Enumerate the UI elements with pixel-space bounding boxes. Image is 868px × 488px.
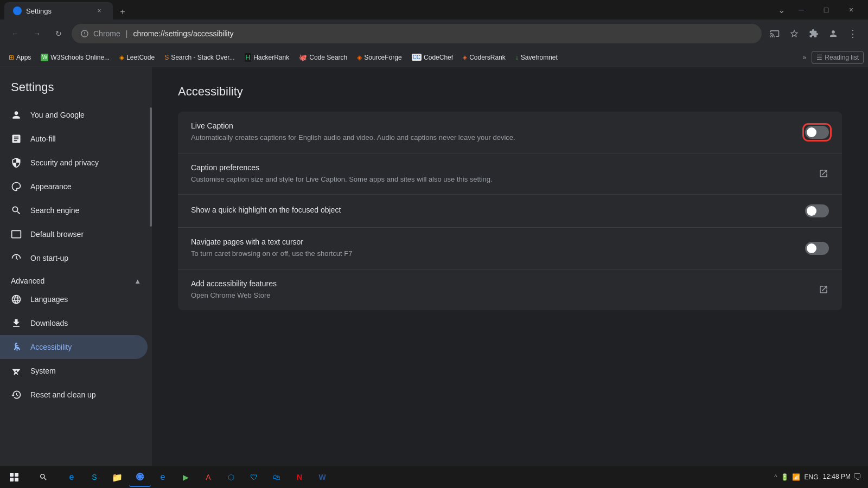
back-button[interactable]: ← (7, 25, 24, 42)
taskbar-explorer[interactable]: 📁 (106, 467, 128, 487)
taskbar-netflix[interactable]: N (289, 467, 310, 487)
cast-button[interactable] (766, 25, 783, 42)
sidebar-item-search-engine[interactable]: Search engine (0, 198, 148, 222)
start-button[interactable] (2, 467, 26, 487)
reading-list-label: Reading list (825, 54, 859, 61)
add-features-external-link-icon[interactable] (818, 284, 829, 295)
taskbar-search[interactable] (27, 467, 60, 487)
refresh-button[interactable]: ↻ (50, 25, 67, 42)
highlight-focus-toggle-thumb (807, 206, 816, 216)
omnibox[interactable]: Chrome | chrome://settings/accessibility (72, 24, 762, 43)
text-cursor-toggle[interactable] (805, 242, 829, 255)
forward-button[interactable]: → (28, 25, 46, 42)
add-features-text: Add accessibility features Open Chrome W… (191, 279, 809, 301)
sidebar-item-you-google[interactable]: You and Google (0, 103, 148, 127)
sidebar-item-reset[interactable]: Reset and clean up (0, 383, 148, 407)
tray-arrow[interactable]: ^ (774, 473, 777, 481)
sidebar-item-languages[interactable]: Languages (0, 287, 148, 311)
bookmark-stackoverflow[interactable]: S Search - Stack Over... (160, 52, 239, 63)
maximize-button[interactable]: □ (814, 0, 839, 20)
highlight-focus-text: Show a quick highlight on the focused ob… (191, 206, 796, 216)
default-browser-icon (11, 229, 22, 240)
taskbar-media[interactable]: ▶ (175, 467, 196, 487)
bookmarks-bar: ⊞ Apps W W3Schools Online... ◈ LeetCode … (0, 48, 868, 67)
taskbar-edge[interactable]: e (61, 467, 82, 487)
profile-button[interactable] (825, 25, 842, 42)
live-caption-title: Live Caption (191, 121, 796, 130)
bookmark-w3schools[interactable]: W W3Schools Online... (36, 52, 114, 63)
tab-title: Settings (26, 7, 90, 15)
minimize-button[interactable]: ─ (789, 0, 814, 20)
bookmark-apps-label: Apps (16, 54, 31, 61)
advanced-collapse-button[interactable]: ▲ (134, 277, 141, 285)
new-tab-button[interactable]: + (115, 4, 130, 20)
bookmark-hackerrank[interactable]: H HackerRank (240, 51, 294, 64)
close-button[interactable]: × (839, 0, 864, 20)
sidebar-item-you-google-label: You and Google (30, 111, 85, 119)
bookmark-codechef[interactable]: CC CodeChef (407, 52, 458, 63)
bookmark-codersrank-label: CodersRank (469, 54, 506, 61)
tab-close-button[interactable]: × (94, 6, 104, 16)
add-features-row[interactable]: Add accessibility features Open Chrome W… (178, 269, 842, 311)
sidebar-item-system[interactable]: System (0, 359, 148, 383)
bookmark-sourceforge[interactable]: ◈ SourceForge (353, 52, 406, 63)
sidebar-item-on-startup[interactable]: On start-up (0, 246, 148, 270)
bookmarks-more-button[interactable]: » (799, 52, 811, 63)
active-tab[interactable]: Settings × (4, 2, 113, 20)
caption-preferences-row[interactable]: Caption preferences Customise caption si… (178, 153, 842, 195)
window-controls: ─ □ × (789, 0, 864, 20)
bookmark-codesearch[interactable]: 🐙 Code Search (295, 52, 352, 63)
toolbar-buttons: ⋮ (766, 25, 861, 42)
accessibility-settings-card: Live Caption Automatically creates capti… (178, 112, 842, 310)
highlight-focus-toggle[interactable] (805, 204, 829, 217)
sidebar: Settings You and Google Auto-fill Securi… (0, 67, 152, 466)
tray-wifi: 📶 (792, 473, 800, 481)
sidebar-item-autofill[interactable]: Auto-fill (0, 127, 148, 151)
notification-button[interactable]: 🗨 (853, 472, 861, 482)
taskbar-store[interactable]: 🛍 (266, 467, 288, 487)
sidebar-item-downloads[interactable]: Downloads (0, 311, 148, 335)
taskbar-clock: 12:48 PM (823, 473, 851, 481)
taskbar-skype[interactable]: S (84, 467, 105, 487)
sidebar-item-security[interactable]: Security and privacy (0, 151, 148, 175)
sidebar-item-appearance[interactable]: Appearance (0, 175, 148, 198)
live-caption-toggle[interactable] (805, 126, 829, 139)
content-area: Accessibility Live Caption Automatically… (152, 67, 868, 466)
taskbar-chrome[interactable] (129, 467, 151, 487)
languages-icon (11, 294, 22, 305)
live-caption-toggle-thumb (807, 127, 816, 137)
tray-lang: ENG (805, 473, 819, 481)
reset-icon (11, 389, 22, 400)
caption-preferences-external-link-icon[interactable] (818, 168, 829, 179)
taskbar-vscode[interactable]: ⬡ (220, 467, 242, 487)
advanced-label: Advanced (11, 277, 44, 285)
bookmark-apps[interactable]: ⊞ Apps (4, 52, 35, 63)
live-caption-toggle-track[interactable] (805, 126, 829, 139)
sidebar-item-accessibility[interactable]: Accessibility (0, 335, 148, 359)
bookmark-hackerrank-label: HackerRank (253, 54, 289, 61)
highlight-focus-row: Show a quick highlight on the focused ob… (178, 195, 842, 228)
bookmark-codechef-label: CodeChef (424, 54, 453, 61)
sidebar-item-security-label: Security and privacy (30, 158, 99, 167)
bookmark-leetcode[interactable]: ◈ LeetCode (115, 52, 159, 63)
main-area: Settings You and Google Auto-fill Securi… (0, 67, 868, 466)
bookmark-savefromnet[interactable]: ↓ Savefromnet (511, 52, 562, 63)
reading-list-button[interactable]: ☰ Reading list (812, 51, 864, 64)
text-cursor-toggle-track[interactable] (805, 242, 829, 255)
tab-list-button[interactable]: ⌄ (774, 2, 789, 17)
menu-button[interactable]: ⋮ (844, 25, 861, 42)
address-bar: ← → ↻ Chrome | chrome://settings/accessi… (0, 20, 868, 48)
sidebar-item-search-engine-label: Search engine (30, 206, 79, 215)
bookmark-star-button[interactable] (786, 25, 803, 42)
extensions-button[interactable] (805, 25, 822, 42)
taskbar-ie[interactable]: e (152, 467, 174, 487)
taskbar-word[interactable]: W (311, 467, 333, 487)
bookmark-codersrank[interactable]: ◈ CodersRank (458, 52, 510, 63)
sidebar-item-default-browser[interactable]: Default browser (0, 222, 148, 246)
text-cursor-title: Navigate pages with a text cursor (191, 237, 796, 246)
taskbar-defender[interactable]: 🛡 (243, 467, 265, 487)
taskbar-acrobat[interactable]: A (197, 467, 219, 487)
highlight-focus-toggle-track[interactable] (805, 204, 829, 217)
bookmark-sourceforge-label: SourceForge (364, 54, 401, 61)
sidebar-item-reset-label: Reset and clean up (30, 390, 96, 399)
